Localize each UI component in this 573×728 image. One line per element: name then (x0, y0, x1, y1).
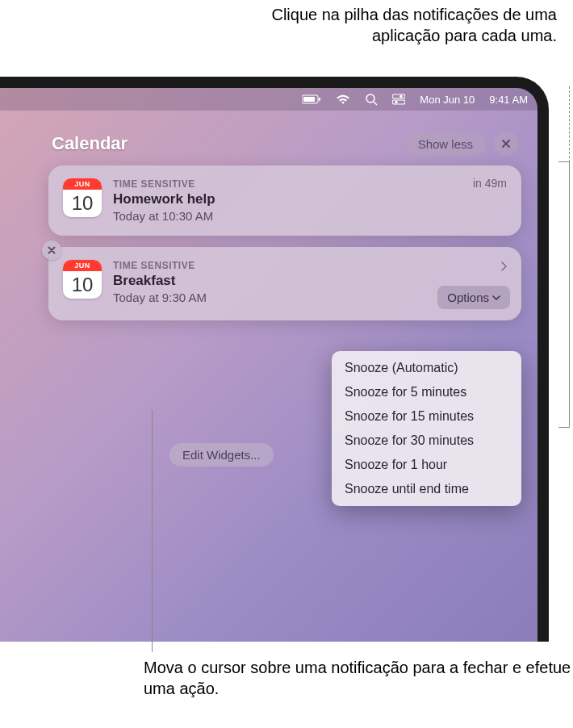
battery-icon (302, 94, 321, 104)
options-button[interactable]: Options (437, 286, 510, 309)
notification-app-title: Calendar (52, 133, 128, 154)
dropdown-item[interactable]: Snooze for 15 minutes (332, 404, 521, 429)
device-frame: Mon Jun 10 9:41 AM Calendar Show less JU… (0, 77, 549, 642)
dropdown-item[interactable]: Snooze for 1 hour (332, 453, 521, 477)
calendar-icon-day: 10 (63, 190, 102, 217)
notification-time-remaining: in 49m (473, 177, 507, 190)
dropdown-item[interactable]: Snooze (Automatic) (332, 356, 521, 380)
options-dropdown-menu: Snooze (Automatic) Snooze for 5 minutes … (332, 351, 521, 506)
show-less-button[interactable]: Show less (405, 132, 486, 156)
close-icon (48, 246, 56, 254)
dropdown-item[interactable]: Snooze for 30 minutes (332, 429, 521, 453)
search-icon[interactable] (365, 93, 378, 106)
control-center-icon[interactable] (392, 94, 405, 105)
notification-card[interactable]: JUN 10 TIME SENSITIVE Homework help Toda… (48, 165, 521, 236)
menubar: Mon Jun 10 9:41 AM (0, 88, 537, 111)
notification-tag: TIME SENSITIVE (113, 178, 507, 190)
callout-bracket (558, 161, 570, 428)
close-notification-button[interactable] (42, 241, 61, 260)
svg-rect-7 (392, 100, 405, 104)
svg-point-3 (366, 94, 374, 103)
calendar-icon-month: JUN (63, 178, 102, 190)
svg-line-4 (374, 102, 377, 105)
close-stack-button[interactable] (494, 132, 518, 156)
dropdown-item[interactable]: Snooze for 5 minutes (332, 380, 521, 404)
notification-card[interactable]: JUN 10 TIME SENSITIVE Breakfast Today at… (48, 247, 521, 320)
svg-point-6 (400, 95, 404, 98)
chevron-right-icon (500, 260, 507, 274)
menubar-time[interactable]: 9:41 AM (489, 94, 528, 106)
calendar-app-icon: JUN 10 (63, 260, 102, 299)
notification-stack-header: Calendar Show less (48, 127, 521, 165)
notification-title: Homework help (113, 191, 507, 207)
svg-rect-1 (303, 97, 315, 102)
calendar-app-icon: JUN 10 (63, 178, 102, 217)
notification-body: TIME SENSITIVE Homework help Today at 10… (113, 178, 507, 223)
dropdown-item[interactable]: Snooze until end time (332, 477, 521, 501)
header-controls: Show less (405, 132, 518, 156)
notification-subtitle: Today at 10:30 AM (113, 209, 507, 223)
edit-widgets-button[interactable]: Edit Widgets... (169, 443, 274, 467)
wifi-icon (336, 94, 350, 105)
callout-top-text: Clique na pilha das notificações de uma … (210, 4, 557, 46)
calendar-icon-day: 10 (63, 271, 102, 299)
menubar-date[interactable]: Mon Jun 10 (420, 94, 475, 106)
notification-center: Calendar Show less JUN 10 TIME SENSITIVE… (48, 127, 521, 332)
options-label: Options (447, 291, 489, 304)
chevron-down-icon (492, 295, 500, 300)
svg-rect-2 (319, 98, 320, 101)
svg-point-8 (395, 101, 399, 104)
callout-bottom-text: Mova o cursor sobre uma notificação para… (144, 657, 573, 699)
close-icon (501, 139, 511, 149)
svg-rect-5 (392, 94, 405, 98)
callout-line (152, 410, 153, 652)
notification-tag: TIME SENSITIVE (113, 260, 507, 271)
calendar-icon-month: JUN (63, 260, 102, 271)
